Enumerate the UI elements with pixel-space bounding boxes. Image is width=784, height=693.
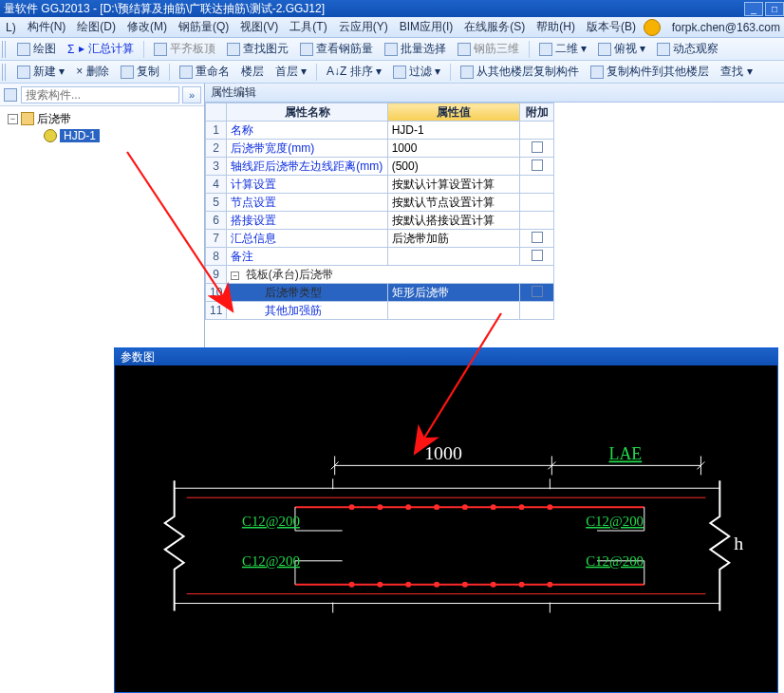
new-icon: [17, 66, 30, 79]
checkbox[interactable]: [532, 286, 543, 297]
prop-name: 轴线距后浇带左边线距离(mm): [227, 158, 387, 176]
property-row[interactable]: 7汇总信息后浇带加筋: [206, 230, 554, 248]
menu-component[interactable]: 构件(N): [22, 19, 72, 35]
menu-tools[interactable]: 工具(T): [284, 19, 332, 35]
prop-value[interactable]: HJD-1: [387, 122, 519, 140]
align-icon: [154, 43, 167, 56]
tb-2d[interactable]: 二维 ▾: [533, 41, 592, 57]
label-h: h: [734, 533, 743, 553]
property-row[interactable]: 8备注: [206, 248, 554, 266]
prop-extra[interactable]: [520, 302, 554, 320]
prop-extra[interactable]: [520, 176, 554, 194]
tb-copy-from[interactable]: 从其他楼层复制构件: [455, 64, 585, 80]
prop-value[interactable]: [387, 248, 519, 266]
tb-search[interactable]: 查找 ▾: [715, 64, 757, 80]
orbit-icon: [657, 43, 670, 56]
menu-online[interactable]: 在线服务(S): [458, 19, 531, 35]
checkbox[interactable]: [532, 159, 543, 171]
menu-modify[interactable]: 修改(M): [121, 19, 173, 35]
copyto-icon: [590, 66, 604, 79]
svg-point-10: [462, 504, 468, 510]
menu-bim[interactable]: BIM应用(I): [394, 19, 459, 35]
prop-value[interactable]: (500): [387, 158, 519, 176]
tb-batch[interactable]: 批量选择: [379, 41, 452, 57]
tb-rename[interactable]: 重命名: [174, 64, 235, 80]
property-row[interactable]: 4计算设置按默认计算设置计算: [206, 176, 554, 194]
tb-floor-sel[interactable]: 首层 ▾: [270, 64, 312, 80]
property-row[interactable]: 2后浇带宽度(mm)1000: [206, 140, 554, 158]
checkbox[interactable]: [532, 141, 543, 153]
prop-value[interactable]: 矩形后浇带: [387, 284, 519, 302]
minimize-button[interactable]: _: [744, 2, 763, 16]
prop-extra[interactable]: [520, 212, 554, 230]
checkbox[interactable]: [532, 232, 543, 243]
prop-extra[interactable]: [520, 284, 554, 302]
menu-view[interactable]: 视图(V): [234, 19, 284, 35]
title-bar: 量软件 GGJ2013 - [D:\预结算及抽筋\广联达抽筋\测试-2.GGJ1…: [0, 0, 784, 17]
tb-delete[interactable]: × 删除: [70, 64, 114, 80]
property-row[interactable]: 3轴线距后浇带左边线距离(mm)(500): [206, 158, 554, 176]
prop-extra[interactable]: [520, 140, 554, 158]
svg-point-7: [377, 504, 383, 510]
menu-l[interactable]: L): [0, 21, 22, 34]
prop-value[interactable]: 后浇带加筋: [387, 230, 519, 248]
prop-extra[interactable]: [520, 248, 554, 266]
tb-draw[interactable]: 绘图: [11, 41, 62, 57]
prop-value[interactable]: [387, 302, 519, 320]
view2d-icon: [539, 43, 552, 56]
svg-point-21: [547, 582, 552, 588]
tb-topview[interactable]: 俯视 ▾: [592, 41, 651, 57]
tb-rebar3d[interactable]: 钢筋三维: [452, 41, 525, 57]
toolbar-grip: [2, 64, 8, 81]
property-row[interactable]: 5节点设置按默认节点设置计算: [206, 194, 554, 212]
row-number: 5: [206, 194, 227, 212]
toolbar-row-1: 绘图 Σ ▸ 汇总计算 平齐板顶 查找图元 查看钢筋量 批量选择 钢筋三维 二维…: [0, 38, 784, 61]
prop-extra[interactable]: [520, 122, 554, 140]
menu-draw[interactable]: 绘图(D): [71, 19, 121, 35]
tb-orbit[interactable]: 动态观察: [651, 41, 724, 57]
svg-point-20: [519, 582, 525, 588]
search-input[interactable]: [21, 86, 179, 103]
search-go-button[interactable]: »: [182, 86, 201, 103]
property-row[interactable]: 1名称HJD-1: [206, 122, 554, 140]
property-row[interactable]: 10后浇带类型矩形后浇带: [206, 284, 554, 302]
menu-cloud[interactable]: 云应用(Y): [333, 19, 394, 35]
property-grid[interactable]: 属性名称 属性值 附加 1名称HJD-12后浇带宽度(mm)10003轴线距后浇…: [205, 103, 554, 320]
prop-value[interactable]: 按默认搭接设置计算: [387, 212, 519, 230]
prop-value[interactable]: 按默认节点设置计算: [387, 194, 519, 212]
prop-extra[interactable]: [520, 158, 554, 176]
row-number: 11: [206, 302, 227, 320]
tb-copy-to[interactable]: 复制构件到其他楼层: [585, 64, 715, 80]
tb-align[interactable]: 平齐板顶: [148, 41, 221, 57]
tb-view-rebar[interactable]: 查看钢筋量: [294, 41, 379, 57]
property-row[interactable]: 11其他加强筋: [206, 302, 554, 320]
svg-point-18: [462, 582, 468, 588]
prop-value[interactable]: 按默认计算设置计算: [387, 176, 519, 194]
property-panel-header: 属性编辑: [205, 84, 784, 103]
menu-version[interactable]: 版本号(B): [581, 19, 642, 35]
tree-toggle[interactable]: −: [8, 114, 18, 124]
tb-sort[interactable]: A↓Z 排序 ▾: [321, 64, 387, 80]
prop-extra[interactable]: [520, 230, 554, 248]
tb-sum[interactable]: Σ ▸ 汇总计算: [62, 41, 140, 57]
prop-name: − 筏板(承台)后浇带: [227, 266, 554, 284]
tb-find[interactable]: 查找图元: [221, 41, 294, 57]
tree-selected-item[interactable]: HJD-1: [60, 129, 100, 142]
prop-name: 计算设置: [227, 176, 387, 194]
tb-copy[interactable]: 复制: [115, 64, 165, 80]
checkbox[interactable]: [532, 250, 543, 261]
menu-rebar[interactable]: 钢筋量(Q): [173, 19, 234, 35]
prop-extra[interactable]: [520, 194, 554, 212]
dim-lae: LAE: [609, 444, 643, 463]
maximize-button[interactable]: □: [765, 2, 784, 16]
property-row[interactable]: 9− 筏板(承台)后浇带: [206, 266, 554, 284]
diagram-canvas: 1000 LAE h C12@200 C12@200 C12@200 C12@2…: [115, 365, 777, 692]
property-row[interactable]: 6搭接设置按默认搭接设置计算: [206, 212, 554, 230]
tree-root-label[interactable]: 后浇带: [37, 111, 71, 127]
list-icon: [300, 43, 313, 56]
tb-filter[interactable]: 过滤 ▾: [387, 64, 446, 80]
menu-help[interactable]: 帮助(H): [531, 19, 581, 35]
search-icon: [4, 88, 17, 102]
tb-new[interactable]: 新建 ▾: [11, 64, 70, 80]
prop-value[interactable]: 1000: [387, 140, 519, 158]
